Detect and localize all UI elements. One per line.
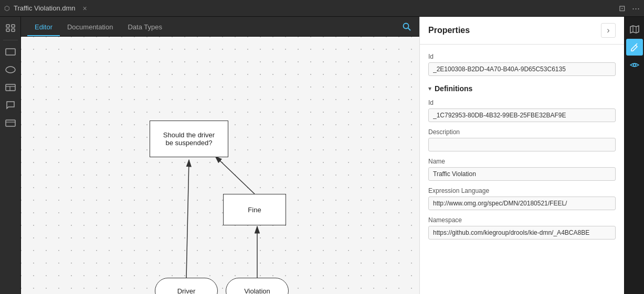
properties-body: Id ▾ Definitions Id Description Name Exp… bbox=[420, 45, 624, 294]
properties-collapse-button[interactable]: › bbox=[601, 23, 616, 38]
left-toolbar bbox=[0, 17, 21, 294]
editor-area: Editor Documentation Data Types bbox=[21, 17, 419, 294]
svg-point-5 bbox=[6, 67, 15, 73]
node-should-driver-label: Should the driverbe suspended? bbox=[163, 131, 215, 147]
svg-rect-9 bbox=[6, 120, 15, 126]
panel-button[interactable] bbox=[2, 115, 19, 132]
title-bar-title: Traffic Violation.dmn bbox=[14, 4, 76, 12]
svg-line-12 bbox=[408, 28, 411, 31]
canvas-svg bbox=[21, 37, 419, 294]
edit-view-button[interactable] bbox=[626, 39, 643, 56]
comment-button[interactable] bbox=[2, 97, 19, 114]
namespace-label: Namespace bbox=[428, 216, 616, 224]
svg-rect-3 bbox=[12, 29, 15, 31]
eye-view-button[interactable] bbox=[626, 57, 643, 73]
svg-rect-0 bbox=[6, 25, 9, 27]
node-fine[interactable]: Fine bbox=[223, 194, 286, 225]
tab-documentation[interactable]: Documentation bbox=[60, 19, 120, 36]
far-right-strip bbox=[624, 17, 644, 294]
description-label: Description bbox=[428, 128, 616, 136]
palette-button[interactable] bbox=[2, 20, 19, 37]
app-icon: ⬡ bbox=[4, 5, 9, 12]
name-label: Name bbox=[428, 158, 616, 165]
rect-node-button[interactable] bbox=[2, 43, 19, 60]
more-icon[interactable]: ⋯ bbox=[632, 4, 640, 13]
tab-data-types[interactable]: Data Types bbox=[120, 19, 170, 36]
title-bar-actions: ⊡ ⋯ bbox=[619, 4, 640, 13]
svg-rect-4 bbox=[6, 49, 15, 55]
svg-rect-2 bbox=[12, 25, 15, 27]
svg-point-20 bbox=[633, 64, 636, 67]
app-body: Editor Documentation Data Types bbox=[0, 17, 644, 294]
tab-editor[interactable]: Editor bbox=[27, 19, 60, 36]
search-button[interactable] bbox=[400, 19, 413, 36]
right-panel: Properties › Id ▾ Definitions Id Descrip… bbox=[419, 17, 624, 294]
decision-table-button[interactable] bbox=[2, 79, 19, 96]
top-id-input[interactable] bbox=[428, 62, 616, 76]
description-input[interactable] bbox=[428, 138, 616, 151]
def-id-input[interactable] bbox=[428, 108, 616, 122]
name-input[interactable] bbox=[428, 167, 616, 181]
expression-language-label: Expression Language bbox=[428, 187, 616, 194]
namespace-input[interactable] bbox=[428, 226, 616, 239]
close-tab-button[interactable]: × bbox=[83, 5, 87, 12]
definitions-section-title: Definitions bbox=[435, 84, 472, 93]
canvas[interactable]: Should the driverbe suspended? Fine Driv… bbox=[21, 37, 419, 294]
svg-rect-6 bbox=[6, 84, 15, 91]
svg-line-19 bbox=[636, 43, 637, 45]
properties-title: Properties bbox=[428, 26, 601, 35]
definitions-section-header[interactable]: ▾ Definitions bbox=[428, 84, 616, 93]
map-view-button[interactable] bbox=[626, 21, 643, 38]
definitions-chevron: ▾ bbox=[428, 85, 431, 92]
properties-header: Properties › bbox=[420, 17, 624, 45]
node-violation-label: Violation bbox=[244, 287, 270, 295]
oval-node-button[interactable] bbox=[2, 61, 19, 78]
svg-point-11 bbox=[404, 24, 409, 29]
node-violation[interactable]: Violation bbox=[226, 278, 289, 294]
def-id-label: Id bbox=[428, 99, 616, 106]
expression-language-input[interactable] bbox=[428, 197, 616, 210]
svg-line-13 bbox=[186, 160, 189, 278]
node-should-driver[interactable]: Should the driverbe suspended? bbox=[150, 121, 228, 157]
node-driver[interactable]: Driver bbox=[155, 278, 218, 294]
node-driver-label: Driver bbox=[177, 287, 196, 295]
top-id-label: Id bbox=[428, 53, 616, 60]
layout-icon[interactable]: ⊡ bbox=[619, 4, 626, 13]
tab-bar: Editor Documentation Data Types bbox=[21, 17, 419, 37]
title-bar: ⬡ Traffic Violation.dmn × ⊡ ⋯ bbox=[0, 0, 644, 17]
toolbar-divider bbox=[3, 40, 18, 40]
svg-line-14 bbox=[215, 156, 255, 194]
node-fine-label: Fine bbox=[248, 206, 261, 214]
svg-rect-1 bbox=[6, 29, 9, 31]
